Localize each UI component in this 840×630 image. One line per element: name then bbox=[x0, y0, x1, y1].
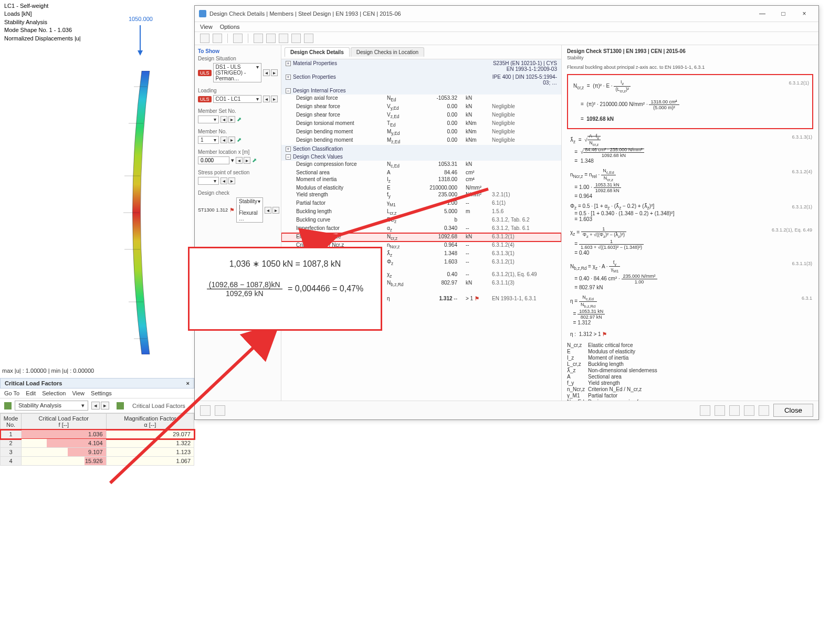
toolbar-button[interactable] bbox=[213, 34, 222, 43]
design-situation-dropdown[interactable]: DS1 - ULS (STR/GEO) - Perman…▾ bbox=[213, 63, 261, 82]
collapse-icon[interactable]: − bbox=[286, 154, 291, 160]
grid-row[interactable]: Elastic critical forceNcr,z1092.68kN6.3.… bbox=[281, 233, 561, 242]
menu-goto[interactable]: Go To bbox=[4, 390, 19, 396]
footer-print-button[interactable] bbox=[759, 405, 769, 416]
close-button[interactable]: × bbox=[794, 8, 814, 19]
toolbar-button[interactable] bbox=[266, 34, 276, 43]
grid-row[interactable]: Design torsional momentTEd0.00kNmNegligi… bbox=[281, 120, 561, 128]
svg-marker-1 bbox=[138, 50, 143, 56]
warning-flag-icon: ⚑ bbox=[229, 207, 235, 214]
menu-view[interactable]: View bbox=[200, 24, 213, 30]
grid-row[interactable]: Partial factorγM11.00--6.1(1) bbox=[281, 200, 561, 208]
grid-row[interactable]: Sectional areaA84.46cm² bbox=[281, 169, 561, 176]
grid-row[interactable]: Yield strengthfy235.000N/mm²3.2.1(1) bbox=[281, 191, 561, 200]
nav-next-button[interactable]: ▸ bbox=[228, 177, 235, 184]
nav-next-button[interactable]: ▸ bbox=[101, 402, 109, 410]
nav-prev-button[interactable]: ◂ bbox=[220, 116, 227, 123]
expand-icon[interactable]: + bbox=[286, 146, 291, 152]
nav-next-button[interactable]: ▸ bbox=[244, 157, 250, 164]
load-value-label: 1050.000 bbox=[129, 16, 153, 22]
nav-next-button[interactable]: ▸ bbox=[228, 136, 235, 143]
nav-prev-button[interactable]: ◂ bbox=[220, 136, 227, 143]
expand-icon[interactable]: + bbox=[286, 61, 291, 66]
pick-icon[interactable]: ⬈ bbox=[237, 136, 242, 143]
legend-row: N_cr,zElastic critical force bbox=[567, 342, 813, 348]
grid-row[interactable]: Buckling curveBCzb6.3.1.2, Tab. 6.2 bbox=[281, 216, 561, 225]
nav-next-button[interactable]: ▸ bbox=[271, 96, 278, 102]
nav-prev-button[interactable]: ◂ bbox=[263, 69, 270, 76]
nav-next-button[interactable]: ▸ bbox=[271, 69, 278, 76]
grid-row[interactable]: Design compression forceNc,Ed1053.31kN bbox=[281, 161, 561, 169]
table-row[interactable]: 1 1.036 29.077 bbox=[1, 430, 194, 439]
footer-tool-button[interactable] bbox=[715, 405, 725, 416]
toolbar-button[interactable] bbox=[200, 34, 209, 43]
critical-factors-panel: Critical Load Factors × Go To Edit Selec… bbox=[0, 378, 194, 466]
close-dialog-button[interactable]: Close bbox=[773, 404, 813, 417]
toolbar-button[interactable] bbox=[304, 34, 313, 43]
check-id: ST1300 bbox=[198, 207, 215, 213]
info-line: Loads [kN] bbox=[4, 10, 81, 18]
menu-options[interactable]: Options bbox=[220, 24, 240, 30]
toolbar-button[interactable] bbox=[279, 34, 288, 43]
to-show-heading: To Show bbox=[198, 48, 278, 54]
grid-row[interactable]: Design bending momentMy,Ed0.00kNmNegligi… bbox=[281, 128, 561, 136]
design-check-dropdown[interactable]: Stability | Flexural …▾ bbox=[236, 197, 263, 223]
minimize-button[interactable]: — bbox=[752, 8, 772, 19]
footer-tool-button[interactable] bbox=[200, 405, 211, 416]
member-no-dropdown[interactable]: 1▾ bbox=[198, 136, 219, 144]
grid-row[interactable]: Design bending momentMz,Ed0.00kNmNegligi… bbox=[281, 136, 561, 145]
menu-settings[interactable]: Settings bbox=[91, 390, 112, 396]
toolbar-button[interactable] bbox=[254, 34, 263, 43]
menu-selection[interactable]: Selection bbox=[42, 390, 66, 396]
footer-tool-button[interactable] bbox=[700, 405, 710, 416]
nav-prev-button[interactable]: ◂ bbox=[236, 157, 243, 164]
table-row[interactable]: 4 15.926 1.067 bbox=[1, 457, 194, 466]
member-set-dropdown[interactable]: ▾ bbox=[198, 116, 219, 123]
footer-tool-button[interactable] bbox=[729, 405, 740, 416]
pick-icon[interactable]: ⬈ bbox=[252, 157, 257, 164]
footer-tool-button[interactable] bbox=[215, 405, 225, 416]
nav-prev-button[interactable]: ◂ bbox=[220, 177, 227, 184]
member-location-input[interactable] bbox=[198, 156, 229, 164]
menu-view[interactable]: View bbox=[72, 390, 85, 396]
grid-row[interactable]: Buckling lengthLcr,z5.000m1.5.6 bbox=[281, 208, 561, 216]
warning-flag-icon: ⚑ bbox=[602, 331, 607, 337]
analysis-type-dropdown[interactable]: Stability Analysis▾ bbox=[15, 401, 88, 411]
design-check-grid: Design Check Details Design Checks in Lo… bbox=[281, 45, 561, 405]
nav-next-button[interactable]: ▸ bbox=[228, 116, 235, 123]
to-show-sidebar: To Show Design Situation ULS DS1 - ULS (… bbox=[195, 45, 281, 405]
tab-design-checks-in-location[interactable]: Design Checks in Location bbox=[351, 47, 424, 57]
panel-close-icon[interactable]: × bbox=[186, 380, 190, 386]
info-line: Normalized Displacements |u| bbox=[4, 35, 81, 43]
grid-row[interactable]: Modulus of elasticityE210000.000N/mm² bbox=[281, 184, 561, 191]
col-critical-factor: Critical Load Factor f [--] bbox=[22, 414, 107, 430]
collapse-icon[interactable]: − bbox=[286, 88, 291, 93]
table-row[interactable]: 3 9.107 1.123 bbox=[1, 448, 194, 457]
buckling-mode-shape[interactable] bbox=[118, 71, 165, 354]
window-titlebar[interactable]: Design Check Details | Members | Steel D… bbox=[195, 6, 818, 22]
footer-tool-button[interactable] bbox=[744, 405, 754, 416]
nav-next-button[interactable]: ▸ bbox=[272, 207, 279, 214]
tab-design-check-details[interactable]: Design Check Details bbox=[285, 47, 350, 57]
grid-row[interactable]: Imperfection factorαz0.340--6.3.1.2, Tab… bbox=[281, 225, 561, 233]
grid-row[interactable]: Moment of inertiaIz1318.00cm⁴ bbox=[281, 176, 561, 184]
grid-row[interactable]: Design shear forceVz,Ed0.00kNNegligible bbox=[281, 111, 561, 120]
table-row[interactable]: 2 4.104 1.322 bbox=[1, 439, 194, 448]
maximize-button[interactable]: □ bbox=[773, 8, 793, 19]
max-min-label: max |u| : 1.00000 | min |u| : 0.00000 bbox=[2, 368, 94, 374]
stress-point-dropdown[interactable]: ▾ bbox=[198, 177, 219, 185]
col-mode-no: Mode No. bbox=[1, 414, 22, 430]
design-situation-label: Design Situation bbox=[198, 56, 278, 61]
grid-row[interactable]: Design shear forceVy,Ed0.00kNNegligible bbox=[281, 103, 561, 111]
expand-icon[interactable]: + bbox=[286, 75, 291, 80]
toolbar-button[interactable] bbox=[291, 34, 301, 43]
menu-edit[interactable]: Edit bbox=[26, 390, 36, 396]
grid-row[interactable]: Design axial forceNEd-1053.32kN bbox=[281, 94, 561, 103]
nav-prev-button[interactable]: ◂ bbox=[91, 402, 100, 410]
nav-prev-button[interactable]: ◂ bbox=[265, 207, 271, 214]
nav-prev-button[interactable]: ◂ bbox=[263, 96, 270, 102]
loading-dropdown[interactable]: CO1 - LC1▾ bbox=[213, 95, 261, 103]
pick-icon[interactable]: ⬈ bbox=[237, 116, 242, 123]
toolbar-button[interactable] bbox=[233, 34, 243, 43]
design-check-label: Design check bbox=[198, 190, 278, 196]
